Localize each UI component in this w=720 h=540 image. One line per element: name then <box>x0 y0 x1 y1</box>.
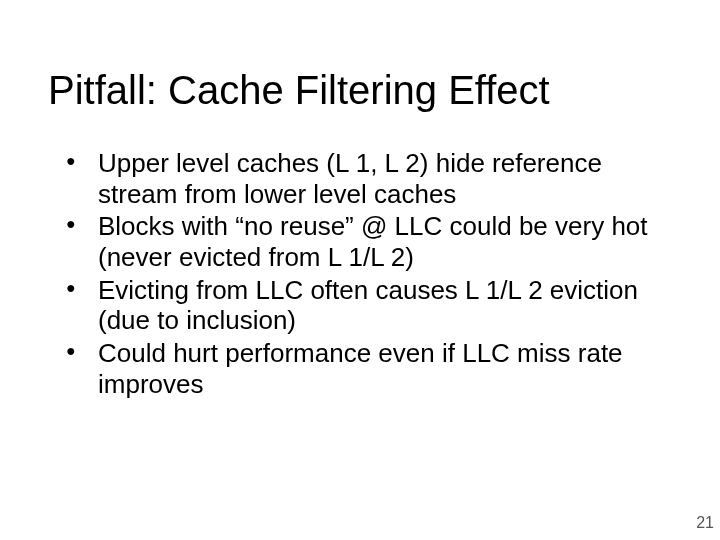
list-item: Could hurt performance even if LLC miss … <box>66 338 680 399</box>
bullet-list: Upper level caches (L 1, L 2) hide refer… <box>66 148 680 399</box>
list-item: Evicting from LLC often causes L 1/L 2 e… <box>66 275 680 336</box>
list-item: Upper level caches (L 1, L 2) hide refer… <box>66 148 680 209</box>
slide: Pitfall: Cache Filtering Effect Upper le… <box>0 0 720 540</box>
slide-title: Pitfall: Cache Filtering Effect <box>48 68 550 113</box>
list-item: Blocks with “no reuse” @ LLC could be ve… <box>66 211 680 272</box>
page-number: 21 <box>696 514 714 532</box>
slide-body: Upper level caches (L 1, L 2) hide refer… <box>66 148 680 401</box>
